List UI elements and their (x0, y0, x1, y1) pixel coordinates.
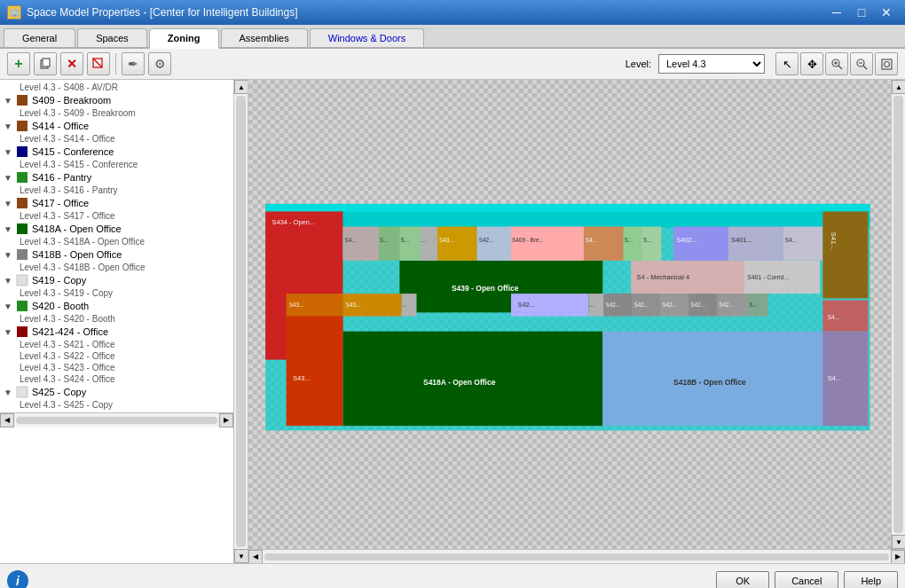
cursor-tool[interactable]: ↖ (775, 52, 799, 75)
left-scroll-content: Level 4.3 - S408 - AV/DR ▼ S409 - Breakr… (0, 80, 233, 563)
main-content: Level 4.3 - S408 - AV/DR ▼ S409 - Breakr… (0, 80, 905, 563)
tab-general[interactable]: General (4, 28, 75, 47)
svg-rect-23 (17, 387, 28, 397)
left-hscroll[interactable]: ◀ ▶ (0, 412, 233, 427)
edit-button[interactable] (87, 52, 110, 75)
tree-label: S419 - Copy (32, 275, 86, 286)
tab-assemblies[interactable]: Assemblies (221, 28, 308, 47)
item-icon (16, 248, 28, 261)
svg-text:S42...: S42... (634, 302, 649, 308)
scroll-left[interactable]: ◀ (248, 550, 263, 564)
ok-button[interactable]: OK (716, 571, 769, 589)
tree-item-s417[interactable]: ▼ S417 - Office (0, 196, 233, 210)
right-inner: S434 - Open... S418A - Open Office S418B… (248, 80, 905, 549)
expand-icon: ▼ (4, 96, 16, 106)
level-select[interactable]: Level 4.3 (658, 54, 765, 74)
left-scroll-right[interactable]: ▶ (219, 413, 233, 427)
expand-icon: ▼ (4, 302, 16, 311)
svg-text:S418B - Open Office: S418B - Open Office (673, 378, 746, 387)
tree-item-s416[interactable]: ▼ S416 - Pantry (0, 170, 233, 184)
svg-rect-56 (642, 226, 661, 260)
svg-rect-62 (783, 226, 823, 260)
cancel-button[interactable]: Cancel (775, 571, 838, 589)
tree-scroll[interactable]: Level 4.3 - S408 - AV/DR ▼ S409 - Breakr… (0, 80, 233, 412)
svg-text:S42...: S42... (517, 301, 534, 309)
app-icon: 🏢 (7, 5, 21, 20)
info-icon: i (7, 570, 28, 589)
tree-item-s425[interactable]: ▼ S425 - Copy (0, 385, 233, 399)
svg-line-5 (838, 66, 842, 69)
help-button[interactable]: Help (844, 571, 898, 589)
item-icon (16, 300, 28, 312)
tree-item-s409[interactable]: ▼ S409 - Breakroom (0, 93, 233, 107)
svg-line-9 (863, 66, 867, 69)
copy-button[interactable] (34, 52, 57, 75)
settings-button[interactable]: ⚙ (148, 52, 171, 75)
svg-text:S...: S... (749, 302, 758, 308)
right-vscroll[interactable]: ▲ ▼ (891, 80, 905, 549)
scroll-down[interactable]: ▼ (234, 549, 248, 563)
pan-tool[interactable]: ✥ (800, 52, 823, 75)
scroll-right[interactable]: ▶ (891, 550, 905, 564)
tab-windows-doors[interactable]: Windows & Doors (310, 28, 424, 47)
tree-sub-s420: Level 4.3 - S420 - Booth (0, 313, 233, 325)
left-vscroll[interactable]: ▲ ▼ (233, 80, 248, 563)
zoom-out-button[interactable] (850, 52, 873, 75)
zoom-controls: ↖ ✥ (775, 52, 898, 75)
svg-rect-58 (673, 226, 728, 260)
svg-rect-34 (508, 226, 584, 260)
svg-rect-11 (882, 59, 892, 69)
minimize-button[interactable]: ─ (825, 4, 848, 21)
svg-rect-1 (43, 59, 50, 67)
tree-sub-s418b: Level 4.3 - S418B - Open Office (0, 262, 233, 273)
right-hscroll[interactable]: ◀ ▶ (248, 549, 905, 563)
left-panel: Level 4.3 - S408 - AV/DR ▼ S409 - Breakr… (0, 80, 248, 563)
pen-button[interactable]: ✒ (122, 52, 145, 75)
tree-label: S421-424 - Office (32, 326, 108, 337)
tree-item-s419[interactable]: ▼ S419 - Copy (0, 273, 233, 287)
item-icon (16, 386, 28, 398)
delete-button[interactable]: ✕ (60, 52, 83, 75)
tree-item-s418b[interactable]: ▼ S418B - Open Office (0, 247, 233, 262)
left-scroll-left[interactable]: ◀ (0, 413, 14, 427)
svg-rect-15 (17, 146, 28, 157)
tree-item-s415[interactable]: ▼ S415 - Conference (0, 145, 233, 159)
svg-text:S42...: S42... (662, 302, 677, 308)
item-icon (16, 145, 28, 158)
item-icon (16, 94, 28, 106)
tree-sub-s414: Level 4.3 - S414 - Office (0, 133, 233, 145)
tree-sub-s424: Level 4.3 - S424 - Office (0, 373, 233, 385)
svg-text:S4...: S4... (345, 237, 357, 243)
tab-zoning[interactable]: Zoning (149, 28, 219, 49)
floor-plan-container[interactable]: S434 - Open... S418A - Open Office S418B… (248, 80, 891, 549)
item-icon (16, 274, 28, 286)
svg-text:S43...: S43... (293, 374, 310, 382)
tree-item-s414[interactable]: ▼ S414 - Office (0, 119, 233, 133)
sep1 (115, 53, 116, 74)
maximize-button[interactable]: □ (850, 4, 873, 21)
tree-label: S409 - Breakroom (32, 95, 111, 106)
item-icon (16, 120, 28, 132)
scroll-up[interactable]: ▲ (234, 80, 248, 94)
scroll-down[interactable]: ▼ (892, 535, 905, 549)
window-controls: ─ □ ✕ (825, 4, 898, 21)
tree-label: S425 - Copy (32, 387, 86, 397)
svg-line-3 (93, 59, 102, 67)
tree-item-s418a[interactable]: ▼ S418A - Open Office (0, 222, 233, 236)
tree-label: S420 - Booth (32, 301, 89, 311)
zoom-fit-button[interactable] (875, 52, 898, 75)
zoom-in-button[interactable] (825, 52, 848, 75)
tree-header-item: Level 4.3 - S408 - AV/DR (0, 82, 233, 93)
tab-spaces[interactable]: Spaces (77, 28, 147, 47)
svg-text:S4...: S4... (828, 314, 839, 320)
svg-rect-44 (399, 226, 420, 260)
scroll-up[interactable]: ▲ (892, 80, 905, 94)
add-button[interactable]: + (7, 52, 30, 75)
tree-sub-s423: Level 4.3 - S423 - Office (0, 362, 233, 373)
tree-item-s421424[interactable]: ▼ S421-424 - Office (0, 325, 233, 339)
tree-sub-s419: Level 4.3 - S419 - Copy (0, 287, 233, 299)
close-button[interactable]: ✕ (875, 4, 898, 21)
tree-item-s420[interactable]: ▼ S420 - Booth (0, 299, 233, 313)
item-icon (16, 197, 28, 209)
item-icon (16, 223, 28, 235)
